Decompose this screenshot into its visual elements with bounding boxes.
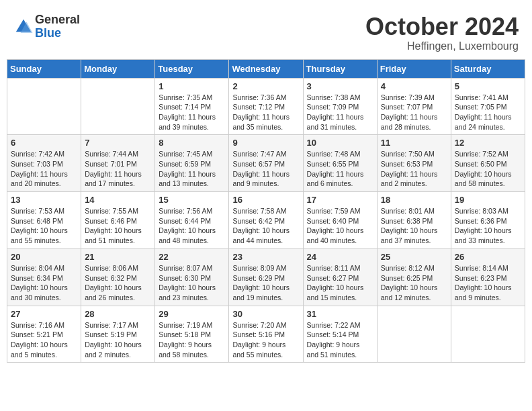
calendar-cell: 3Sunrise: 7:38 AMSunset: 7:09 PMDaylight… [303, 78, 377, 135]
calendar-cell [451, 306, 525, 363]
day-number: 11 [381, 138, 447, 148]
day-number: 5 [455, 81, 521, 91]
calendar-cell: 9Sunrise: 7:47 AMSunset: 6:57 PMDaylight… [229, 135, 303, 192]
calendar-cell: 7Sunrise: 7:44 AMSunset: 7:01 PMDaylight… [81, 135, 155, 192]
calendar-cell: 5Sunrise: 7:41 AMSunset: 7:05 PMDaylight… [451, 78, 525, 135]
day-info: Sunrise: 7:17 AMSunset: 5:19 PMDaylight:… [85, 320, 151, 360]
calendar-cell: 23Sunrise: 8:09 AMSunset: 6:29 PMDayligh… [229, 248, 303, 306]
calendar-cell: 28Sunrise: 7:17 AMSunset: 5:19 PMDayligh… [81, 306, 155, 363]
calendar-cell [81, 78, 155, 135]
location-label: Heffingen, Luxembourg [365, 40, 519, 52]
day-number: 20 [11, 252, 77, 262]
day-info: Sunrise: 7:59 AMSunset: 6:40 PMDaylight:… [307, 206, 373, 246]
weekday-header: Sunday [7, 59, 81, 78]
day-number: 26 [455, 252, 521, 262]
calendar-header-row: SundayMondayTuesdayWednesdayThursdayFrid… [7, 59, 525, 78]
day-number: 15 [159, 195, 225, 205]
day-info: Sunrise: 8:06 AMSunset: 6:32 PMDaylight:… [85, 263, 151, 303]
calendar-cell: 14Sunrise: 7:55 AMSunset: 6:46 PMDayligh… [81, 192, 155, 249]
day-number: 3 [307, 81, 373, 91]
calendar-cell: 6Sunrise: 7:42 AMSunset: 7:03 PMDaylight… [7, 135, 81, 192]
day-info: Sunrise: 7:52 AMSunset: 6:50 PMDaylight:… [455, 149, 521, 189]
day-info: Sunrise: 7:19 AMSunset: 5:18 PMDaylight:… [159, 320, 225, 360]
calendar-cell: 18Sunrise: 8:01 AMSunset: 6:38 PMDayligh… [377, 192, 451, 249]
calendar-cell: 17Sunrise: 7:59 AMSunset: 6:40 PMDayligh… [303, 192, 377, 249]
calendar-cell: 2Sunrise: 7:36 AMSunset: 7:12 PMDaylight… [229, 78, 303, 135]
day-number: 10 [307, 138, 373, 148]
day-info: Sunrise: 7:48 AMSunset: 6:55 PMDaylight:… [307, 149, 373, 189]
weekday-header: Thursday [303, 59, 377, 78]
day-number: 16 [232, 195, 299, 205]
calendar-cell: 13Sunrise: 7:53 AMSunset: 6:48 PMDayligh… [7, 192, 81, 249]
day-info: Sunrise: 8:01 AMSunset: 6:38 PMDaylight:… [381, 206, 447, 246]
day-number: 12 [455, 138, 521, 148]
calendar-cell: 10Sunrise: 7:48 AMSunset: 6:55 PMDayligh… [303, 135, 377, 192]
day-number: 2 [232, 81, 299, 91]
day-number: 29 [159, 309, 225, 319]
calendar-week-row: 20Sunrise: 8:04 AMSunset: 6:34 PMDayligh… [7, 248, 525, 306]
calendar-cell: 20Sunrise: 8:04 AMSunset: 6:34 PMDayligh… [7, 248, 81, 306]
day-info: Sunrise: 7:44 AMSunset: 7:01 PMDaylight:… [85, 149, 151, 189]
day-info: Sunrise: 7:22 AMSunset: 5:14 PMDaylight:… [307, 320, 373, 360]
logo-icon [13, 17, 34, 37]
day-info: Sunrise: 7:36 AMSunset: 7:12 PMDaylight:… [232, 93, 299, 132]
calendar-week-row: 13Sunrise: 7:53 AMSunset: 6:48 PMDayligh… [7, 192, 525, 249]
day-number: 25 [381, 252, 447, 262]
calendar-cell: 19Sunrise: 8:03 AMSunset: 6:36 PMDayligh… [451, 192, 525, 249]
calendar-week-row: 27Sunrise: 7:16 AMSunset: 5:21 PMDayligh… [7, 306, 525, 363]
calendar-week-row: 6Sunrise: 7:42 AMSunset: 7:03 PMDaylight… [7, 135, 525, 192]
day-info: Sunrise: 7:39 AMSunset: 7:07 PMDaylight:… [381, 93, 447, 132]
day-info: Sunrise: 8:12 AMSunset: 6:25 PMDaylight:… [381, 263, 447, 303]
calendar-cell: 8Sunrise: 7:45 AMSunset: 6:59 PMDaylight… [155, 135, 229, 192]
calendar-cell: 11Sunrise: 7:50 AMSunset: 6:53 PMDayligh… [377, 135, 451, 192]
day-number: 7 [85, 138, 151, 148]
day-info: Sunrise: 8:04 AMSunset: 6:34 PMDaylight:… [11, 263, 77, 303]
calendar-cell [377, 306, 451, 363]
day-info: Sunrise: 8:07 AMSunset: 6:30 PMDaylight:… [159, 263, 225, 303]
calendar-cell: 4Sunrise: 7:39 AMSunset: 7:07 PMDaylight… [377, 78, 451, 135]
calendar-cell: 12Sunrise: 7:52 AMSunset: 6:50 PMDayligh… [451, 135, 525, 192]
day-info: Sunrise: 8:14 AMSunset: 6:23 PMDaylight:… [455, 263, 521, 303]
calendar-cell: 15Sunrise: 7:56 AMSunset: 6:44 PMDayligh… [155, 192, 229, 249]
page-header: General Blue October 2024 Heffingen, Lux… [7, 7, 525, 56]
day-number: 4 [381, 81, 447, 91]
day-info: Sunrise: 7:42 AMSunset: 7:03 PMDaylight:… [11, 149, 77, 189]
day-number: 8 [159, 138, 225, 148]
logo: General Blue [13, 13, 80, 40]
day-number: 28 [85, 309, 151, 319]
day-number: 27 [11, 309, 77, 319]
day-number: 19 [455, 195, 521, 205]
calendar-week-row: 1Sunrise: 7:35 AMSunset: 7:14 PMDaylight… [7, 78, 525, 135]
weekday-header: Monday [81, 59, 155, 78]
day-info: Sunrise: 7:58 AMSunset: 6:42 PMDaylight:… [232, 206, 299, 246]
weekday-header: Tuesday [155, 59, 229, 78]
day-number: 9 [232, 138, 299, 148]
day-number: 23 [232, 252, 299, 262]
calendar-cell: 24Sunrise: 8:11 AMSunset: 6:27 PMDayligh… [303, 248, 377, 306]
calendar-cell: 30Sunrise: 7:20 AMSunset: 5:16 PMDayligh… [229, 306, 303, 363]
weekday-header: Saturday [451, 59, 525, 78]
logo-general-text: General [35, 13, 80, 27]
month-title: October 2024 [365, 13, 519, 40]
day-info: Sunrise: 7:41 AMSunset: 7:05 PMDaylight:… [455, 93, 521, 132]
day-number: 14 [85, 195, 151, 205]
calendar-cell: 22Sunrise: 8:07 AMSunset: 6:30 PMDayligh… [155, 248, 229, 306]
day-info: Sunrise: 7:47 AMSunset: 6:57 PMDaylight:… [232, 149, 299, 189]
day-number: 1 [159, 81, 225, 91]
calendar-cell: 27Sunrise: 7:16 AMSunset: 5:21 PMDayligh… [7, 306, 81, 363]
calendar-cell: 25Sunrise: 8:12 AMSunset: 6:25 PMDayligh… [377, 248, 451, 306]
day-info: Sunrise: 8:11 AMSunset: 6:27 PMDaylight:… [307, 263, 373, 303]
logo-text: General Blue [35, 13, 80, 40]
weekday-header: Friday [377, 59, 451, 78]
calendar-table: SundayMondayTuesdayWednesdayThursdayFrid… [7, 59, 525, 363]
calendar-cell: 1Sunrise: 7:35 AMSunset: 7:14 PMDaylight… [155, 78, 229, 135]
calendar-cell: 31Sunrise: 7:22 AMSunset: 5:14 PMDayligh… [303, 306, 377, 363]
day-number: 24 [307, 252, 373, 262]
day-number: 30 [232, 309, 299, 319]
day-info: Sunrise: 7:38 AMSunset: 7:09 PMDaylight:… [307, 93, 373, 132]
day-info: Sunrise: 7:45 AMSunset: 6:59 PMDaylight:… [159, 149, 225, 189]
day-info: Sunrise: 8:09 AMSunset: 6:29 PMDaylight:… [232, 263, 299, 303]
calendar-cell: 21Sunrise: 8:06 AMSunset: 6:32 PMDayligh… [81, 248, 155, 306]
day-number: 17 [307, 195, 373, 205]
day-info: Sunrise: 7:16 AMSunset: 5:21 PMDaylight:… [11, 320, 77, 360]
